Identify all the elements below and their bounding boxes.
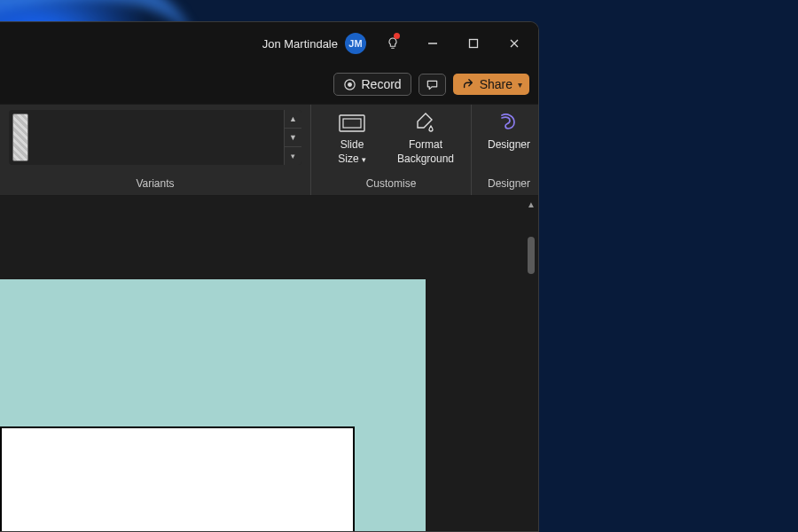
svg-rect-0	[470, 40, 478, 48]
chevron-down-icon: ▾	[518, 80, 522, 90]
format-background-icon	[414, 112, 437, 135]
gallery-scroll-down[interactable]: ▼	[285, 129, 301, 147]
ribbon-group-label: Variants	[0, 174, 310, 195]
record-label: Record	[362, 77, 402, 91]
share-label: Share	[480, 77, 512, 91]
slide-viewport[interactable]	[0, 196, 526, 531]
record-icon	[343, 78, 356, 91]
ribbon-group-variants: ▲ ▼ ▾ Variants	[0, 105, 311, 195]
gallery-scroll-up[interactable]: ▲	[285, 110, 301, 129]
scroll-up-arrow[interactable]: ▲	[526, 198, 536, 210]
ribbon: ▲ ▼ ▾ Variants Slide	[0, 104, 538, 196]
share-icon	[462, 78, 474, 90]
ribbon-group-label: Customise	[311, 174, 471, 195]
comment-icon	[426, 78, 439, 91]
titlebar: Jon Martindale JM	[0, 22, 538, 65]
ribbon-group-customise: Slide Size▾ Format Background Customise	[311, 105, 472, 195]
slide-canvas-area	[0, 196, 538, 531]
slide-content-box[interactable]	[0, 426, 355, 531]
toolbar-row: Record Share ▾	[0, 65, 538, 104]
designer-icon	[497, 112, 521, 135]
ribbon-group-label: Designer	[472, 174, 539, 195]
close-icon	[507, 36, 521, 51]
minimize-icon	[426, 36, 440, 51]
user-name: Jon Martindale	[262, 37, 338, 51]
maximize-icon	[466, 36, 481, 51]
record-button[interactable]: Record	[333, 73, 411, 96]
designer-button[interactable]: Designer	[481, 110, 537, 166]
account-block[interactable]: Jon Martindale JM	[262, 33, 366, 54]
coming-soon-button[interactable]	[375, 26, 411, 61]
format-background-button[interactable]: Format Background	[393, 110, 458, 166]
variants-gallery[interactable]: ▲ ▼ ▾	[9, 110, 301, 165]
vertical-scrollbar[interactable]: ▲	[526, 198, 536, 529]
comments-button[interactable]	[419, 74, 446, 96]
svg-point-2	[348, 82, 352, 87]
gallery-expand[interactable]: ▾	[285, 147, 301, 165]
share-button[interactable]: Share ▾	[453, 74, 529, 95]
variant-thumbnail[interactable]	[12, 113, 28, 161]
gallery-spinner: ▲ ▼ ▾	[284, 110, 301, 165]
close-button[interactable]	[494, 26, 535, 61]
svg-rect-4	[343, 119, 361, 128]
powerpoint-window: Jon Martindale JM Record	[0, 21, 539, 532]
avatar: JM	[345, 33, 366, 54]
chevron-down-icon: ▾	[362, 155, 366, 164]
slide-size-icon	[339, 113, 365, 134]
slide-size-button[interactable]: Slide Size▾	[324, 110, 380, 166]
lightbulb-icon	[386, 36, 400, 51]
maximize-button[interactable]	[453, 26, 494, 61]
scrollbar-thumb[interactable]	[528, 237, 535, 274]
ribbon-group-designer: Designer Designer	[472, 105, 539, 195]
minimize-button[interactable]	[412, 26, 453, 61]
slide-background[interactable]	[0, 279, 426, 531]
